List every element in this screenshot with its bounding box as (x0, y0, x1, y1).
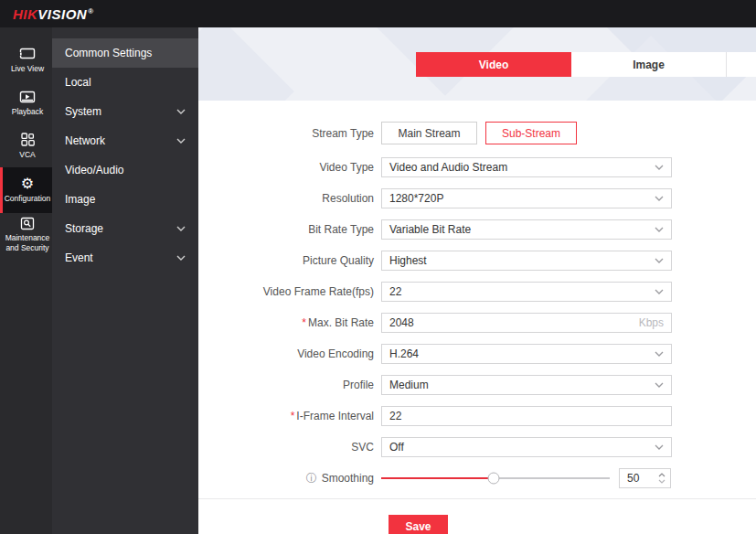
spinner-down-icon[interactable] (658, 479, 665, 484)
video-type-select[interactable]: Video and Audio Stream (381, 157, 672, 177)
menu-item-local[interactable]: Local (52, 68, 198, 97)
select-value: Video and Audio Stream (389, 161, 507, 174)
sidebar-item-configuration[interactable]: ⚙ Configuration (0, 167, 52, 213)
tab-image[interactable]: Image (571, 52, 727, 77)
video-type-row: Video Type Video and Audio Stream (198, 157, 756, 177)
sidebar-item-label: VCA (19, 150, 35, 160)
tab-partial[interactable] (727, 52, 756, 77)
select-value: Variable Bit Rate (389, 223, 471, 236)
sidebar-item-maintenance-security[interactable]: Maintenance and Security (0, 213, 52, 256)
select-value: 22 (389, 285, 401, 298)
stream-type-label: Stream Type (198, 127, 381, 140)
smoothing-label: ⓘSmoothing (198, 471, 381, 486)
menu-item-video-audio[interactable]: Video/Audio (52, 155, 198, 185)
logo-registered-mark: ® (88, 7, 93, 16)
spinner-up-icon[interactable] (658, 473, 665, 477)
form-footer: Save (198, 498, 756, 534)
menu-item-label: Image (65, 193, 95, 206)
spinner-value: 50 (620, 472, 654, 485)
hikvision-logo: HIKVISION® (13, 6, 94, 22)
menu-item-storage[interactable]: Storage (52, 214, 198, 243)
menu-item-network[interactable]: Network (52, 126, 198, 155)
select-value: H.264 (389, 347, 419, 360)
resolution-row: Resolution 1280*720P (198, 188, 756, 208)
video-encoding-label: Video Encoding (198, 347, 381, 360)
bit-rate-type-select[interactable]: Variable Bit Rate (381, 219, 672, 240)
sidebar-item-playback[interactable]: Playback (0, 81, 52, 124)
primary-sidebar: Live View Playback VCA ⚙ Configuration M… (0, 27, 52, 534)
sidebar-item-label: Live View (11, 64, 44, 74)
menu-item-system[interactable]: System (52, 97, 198, 126)
select-value: Highest (389, 254, 427, 267)
select-value: Off (389, 441, 404, 454)
chevron-down-icon (655, 382, 664, 388)
tab-bar: Video Image (416, 52, 756, 77)
max-bit-rate-input[interactable] (389, 316, 639, 329)
sidebar-item-label: Maintenance and Security (4, 233, 51, 252)
slider-fill (381, 477, 494, 479)
picture-quality-label: Picture Quality (198, 254, 381, 267)
smoothing-spinner: 50 (619, 468, 671, 488)
select-value: Medium (389, 379, 429, 391)
tab-video[interactable]: Video (416, 52, 571, 77)
stream-type-row: Stream Type Main Stream Sub-Stream (198, 122, 756, 144)
profile-row: Profile Medium (198, 375, 756, 395)
resolution-label: Resolution (198, 192, 381, 205)
video-frame-rate-select[interactable]: 22 (381, 282, 672, 302)
sidebar-item-live-view[interactable]: Live View (0, 38, 52, 81)
picture-quality-select[interactable]: Highest (381, 251, 672, 271)
tab-label: Video (479, 59, 508, 71)
menu-item-label: System (65, 105, 101, 118)
max-bit-rate-field: Kbps (381, 313, 672, 333)
chevron-down-icon (176, 109, 186, 114)
select-value: 1280*720P (389, 192, 443, 205)
gear-icon: ⚙ (21, 176, 34, 191)
chevron-down-icon (655, 444, 664, 450)
info-icon: ⓘ (306, 472, 317, 485)
video-frame-rate-row: Video Frame Rate(fps) 22 (198, 282, 756, 302)
settings-menu: Common Settings Local System Network Vid… (52, 27, 198, 534)
menu-item-image[interactable]: Image (52, 185, 198, 214)
playback-icon (19, 90, 36, 104)
top-bar: HIKVISION® (0, 0, 756, 27)
svc-row: SVC Off (198, 437, 756, 457)
max-bit-rate-row: Max. Bit Rate Kbps (198, 313, 756, 333)
video-encoding-select[interactable]: H.264 (381, 344, 672, 364)
profile-label: Profile (198, 379, 381, 391)
vca-icon (21, 133, 35, 147)
i-frame-interval-input[interactable] (389, 410, 664, 422)
chevron-down-icon (176, 138, 186, 144)
menu-item-event[interactable]: Event (52, 243, 198, 272)
chevron-down-icon (655, 196, 664, 201)
bit-rate-type-row: Bit Rate Type Variable Bit Rate (198, 219, 756, 240)
spinner-arrows (654, 473, 670, 484)
resolution-select[interactable]: 1280*720P (381, 188, 672, 208)
save-button[interactable]: Save (389, 515, 448, 534)
logo-vision: VISION (37, 6, 87, 22)
menu-item-label: Common Settings (65, 47, 152, 59)
logo-hik: HIK (13, 6, 37, 22)
sub-stream-button[interactable]: Sub-Stream (485, 122, 577, 144)
chevron-down-icon (655, 227, 664, 232)
svc-select[interactable]: Off (381, 437, 672, 457)
picture-quality-row: Picture Quality Highest (198, 251, 756, 271)
video-frame-rate-label: Video Frame Rate(fps) (198, 285, 381, 298)
menu-item-common-settings[interactable]: Common Settings (52, 38, 198, 68)
menu-item-label: Video/Audio (65, 164, 124, 176)
sidebar-item-vca[interactable]: VCA (0, 124, 52, 167)
chevron-down-icon (655, 289, 664, 294)
i-frame-interval-row: I-Frame Interval (198, 406, 756, 426)
video-settings-form: Stream Type Main Stream Sub-Stream Video… (198, 101, 756, 488)
bit-rate-type-label: Bit Rate Type (198, 223, 381, 236)
chevron-down-icon (176, 226, 186, 231)
menu-item-label: Storage (65, 222, 103, 235)
smoothing-slider[interactable] (381, 472, 610, 485)
live-view-icon (18, 47, 37, 61)
main-stream-button[interactable]: Main Stream (381, 122, 477, 144)
i-frame-interval-field (381, 406, 672, 426)
profile-select[interactable]: Medium (381, 375, 672, 395)
chevron-down-icon (655, 165, 664, 170)
slider-handle[interactable] (487, 473, 499, 485)
chevron-down-icon (655, 351, 664, 357)
max-bit-rate-label: Max. Bit Rate (198, 316, 381, 329)
